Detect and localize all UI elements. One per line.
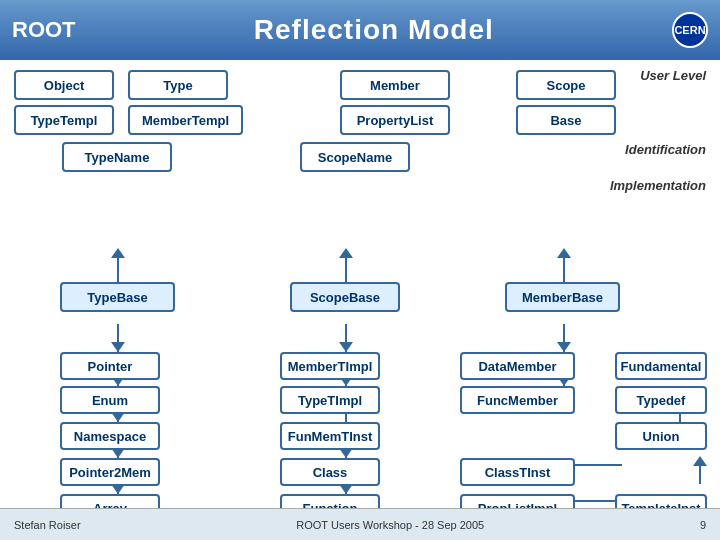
box-typetimpl: FuncMember [460, 386, 575, 414]
box-classtinst: ClassTInst [460, 458, 575, 486]
svg-marker-1 [111, 248, 125, 258]
box-pointer2mem: Pointer2Mem [60, 458, 160, 486]
footer-event: ROOT Users Workshop - 28 Sep 2005 [296, 519, 484, 531]
box-typename: TypeName [62, 142, 172, 172]
root-logo: ROOT [12, 17, 76, 43]
implementation-label: Implementation [610, 178, 706, 193]
svg-marker-5 [557, 248, 571, 258]
identification-label: Identification [625, 142, 706, 157]
svg-marker-27 [557, 342, 571, 352]
box-datamember: Fundamental [615, 352, 707, 380]
box-fundamental: Enum [60, 386, 160, 414]
box-typedef: Namespace [60, 422, 160, 450]
box-namespace: FunMemTInst [280, 422, 380, 450]
box-enum: MemberTImpl [280, 352, 380, 380]
box-pointer: Pointer [60, 352, 160, 380]
box-membertempl: MemberTempl [128, 105, 243, 135]
main-content: User Level Object Type Member Scope Type… [0, 60, 720, 540]
box-scopebase: ScopeBase [290, 282, 400, 312]
svg-marker-7 [111, 342, 125, 352]
svg-marker-3 [339, 248, 353, 258]
box-base: Base [516, 105, 616, 135]
box-object: Object [14, 70, 114, 100]
footer: Stefan Roiser ROOT Users Workshop - 28 S… [0, 508, 720, 540]
header: ROOT Reflection Model CERN [0, 0, 720, 60]
box-scope: Scope [516, 70, 616, 100]
box-typebase: TypeBase [60, 282, 175, 312]
box-funcmember: Typedef [615, 386, 707, 414]
box-funmemtinst: Union [615, 422, 707, 450]
svg-marker-18 [339, 342, 353, 352]
box-propertylist: PropertyList [340, 105, 450, 135]
svg-marker-41 [693, 456, 707, 466]
footer-author: Stefan Roiser [14, 519, 81, 531]
box-member: Member [340, 70, 450, 100]
box-union: TypeTImpl [280, 386, 380, 414]
page-title: Reflection Model [76, 14, 672, 46]
user-level-label: User Level [640, 68, 706, 83]
box-typetempl: TypeTempl [14, 105, 114, 135]
footer-page: 9 [700, 519, 706, 531]
root-logo-text: ROOT [12, 17, 76, 43]
box-memberbase: MemberBase [505, 282, 620, 312]
box-class: Class [280, 458, 380, 486]
box-type: Type [128, 70, 228, 100]
box-membertimpl: DataMember [460, 352, 575, 380]
box-scopename: ScopeName [300, 142, 410, 172]
cern-logo: CERN [672, 12, 708, 48]
